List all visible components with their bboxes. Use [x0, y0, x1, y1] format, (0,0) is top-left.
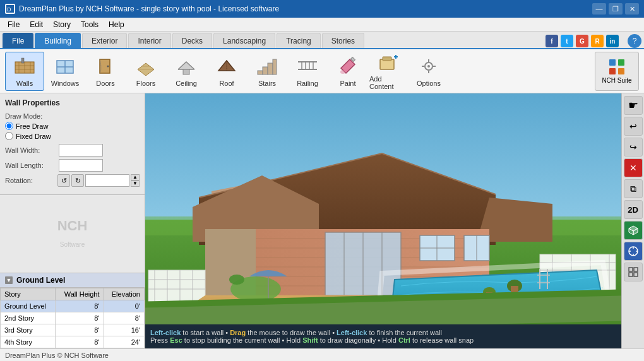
measure-icon [628, 246, 639, 257]
floors-icon [134, 55, 157, 78]
fixed-draw-radio[interactable] [5, 132, 13, 140]
windows-icon [54, 55, 76, 78]
wall-properties-panel: Wall Properties Draw Mode: Free Draw Fix… [0, 93, 145, 195]
rotation-input[interactable]: 0.0 [85, 174, 129, 187]
rotation-label: Rotation: [5, 177, 57, 184]
col-elevation: Elevation [104, 288, 144, 300]
wall-width-input[interactable]: 4 1/2" [59, 144, 103, 157]
nch-suite-button[interactable]: NCH Suite [595, 52, 639, 91]
story-row-2nd[interactable]: 2nd Story 8' 8' [1, 312, 145, 324]
google-icon[interactable]: G [576, 35, 588, 47]
minimize-button[interactable]: — [592, 3, 606, 15]
story-row-ground[interactable]: Ground Level 8' 0' [1, 300, 145, 312]
window-controls: — ❐ ✕ [592, 3, 639, 15]
measure-button[interactable] [624, 242, 643, 261]
tab-building[interactable]: Building [35, 33, 81, 48]
free-draw-label[interactable]: Free Draw [16, 122, 48, 130]
ground-level-title: Ground Level [16, 276, 65, 285]
story-name-ground: Ground Level [1, 300, 56, 312]
tab-tracing[interactable]: Tracing [277, 33, 321, 48]
tab-bar: File Building Exterior Interior Decks La… [0, 32, 644, 49]
menu-bar: File Edit Story Tools Help [0, 18, 644, 32]
tool-walls[interactable]: Walls [5, 52, 44, 91]
tool-add-content[interactable]: Add Content [369, 52, 408, 91]
menu-tools[interactable]: Tools [76, 19, 104, 30]
scene-svg [145, 93, 621, 348]
story-elev-4th: 24' [104, 336, 144, 348]
toolbar: Walls Windows Doors [0, 49, 644, 93]
tab-file[interactable]: File [3, 33, 33, 48]
story-height-3rd: 8' [56, 324, 104, 336]
stairs-icon [256, 55, 278, 78]
linkedin-icon[interactable]: in [606, 35, 619, 47]
tool-stairs[interactable]: Stairs [247, 52, 287, 91]
svg-rect-94 [511, 286, 518, 292]
tab-exterior[interactable]: Exterior [82, 33, 127, 48]
tool-floors-label: Floors [136, 80, 156, 87]
help-button[interactable]: ? [628, 34, 641, 48]
story-row-3rd[interactable]: 3rd Story 8' 16' [1, 324, 145, 336]
delete-button[interactable]: ✕ [624, 158, 643, 177]
rotation-down-arrow[interactable]: ▼ [131, 180, 140, 187]
tab-interior[interactable]: Interior [128, 33, 170, 48]
rotate-ccw-button[interactable]: ↺ [57, 174, 70, 187]
tool-doors[interactable]: Doors [86, 52, 125, 91]
3d-view-button[interactable] [624, 221, 643, 240]
tool-windows[interactable]: Windows [45, 52, 85, 91]
svg-rect-103 [634, 273, 638, 276]
scene-container: Left-click to start a wall • Drag the mo… [145, 93, 621, 348]
tool-options[interactable]: Options [409, 52, 448, 91]
svg-rect-102 [629, 273, 633, 276]
maximize-button[interactable]: ❐ [609, 3, 623, 15]
grid-button[interactable] [624, 263, 643, 281]
undo-button[interactable]: ↩ [624, 117, 643, 136]
menu-edit[interactable]: Edit [25, 19, 48, 30]
tool-add-content-label: Add Content [369, 75, 407, 90]
grid-icon [628, 266, 639, 278]
tool-walls-label: Walls [16, 80, 33, 87]
tool-ceiling[interactable]: Ceiling [167, 52, 206, 91]
free-draw-radio[interactable] [5, 122, 13, 130]
doors-icon [94, 55, 117, 78]
cursor-tool-button[interactable]: ☛ [624, 96, 643, 115]
tool-floors[interactable]: Floors [126, 52, 165, 91]
status-line-1: Left-click to start a wall • Drag the mo… [150, 329, 616, 336]
ground-level-section: ▼ Ground Level Story Wall Height Elevati… [0, 273, 145, 348]
svg-rect-100 [629, 268, 633, 271]
tool-paint-label: Paint [340, 80, 355, 87]
nch-suite-label: NCH Suite [602, 77, 631, 84]
svg-point-89 [229, 275, 244, 285]
menu-file[interactable]: File [3, 19, 25, 30]
svg-rect-17 [183, 69, 189, 74]
tab-stories[interactable]: Stories [322, 33, 364, 48]
3d-viewport[interactable]: Left-click to start a wall • Drag the mo… [145, 93, 621, 348]
rotate-cw-button[interactable]: ↻ [71, 174, 84, 187]
roof-icon [215, 55, 238, 78]
fixed-draw-label[interactable]: Fixed Draw [16, 133, 51, 140]
ground-level-header: ▼ Ground Level [0, 273, 145, 288]
close-button[interactable]: ✕ [625, 3, 639, 15]
stories-table: Story Wall Height Elevation Ground Level… [0, 288, 145, 348]
copy-button[interactable]: ⧉ [624, 179, 643, 198]
svg-point-13 [107, 66, 109, 68]
tool-roof[interactable]: Roof [207, 52, 246, 91]
redo-button[interactable]: ↪ [624, 138, 643, 157]
tab-decks[interactable]: Decks [172, 33, 212, 48]
svg-rect-101 [634, 268, 638, 271]
menu-help[interactable]: Help [104, 19, 129, 30]
rotation-up-arrow[interactable]: ▲ [131, 174, 140, 180]
rss-icon[interactable]: R [591, 35, 604, 47]
tool-paint[interactable]: Paint [328, 52, 367, 91]
facebook-icon[interactable]: f [546, 35, 558, 47]
collapse-button[interactable]: ▼ [5, 276, 13, 284]
tool-railing[interactable]: Railing [288, 52, 327, 91]
tab-landscaping[interactable]: Landscaping [213, 33, 275, 48]
story-row-4th[interactable]: 4th Story 8' 24' [1, 336, 145, 348]
right-sidebar: ☛ ↩ ↪ ✕ ⧉ 2D [621, 93, 644, 348]
status-bar: Left-click to start a wall • Drag the mo… [145, 324, 621, 348]
story-elev-3rd: 16' [104, 324, 144, 336]
2d-view-button[interactable]: 2D [624, 200, 643, 219]
menu-story[interactable]: Story [48, 19, 76, 30]
wall-length-input[interactable]: 3' [59, 159, 103, 172]
twitter-icon[interactable]: t [561, 35, 573, 47]
